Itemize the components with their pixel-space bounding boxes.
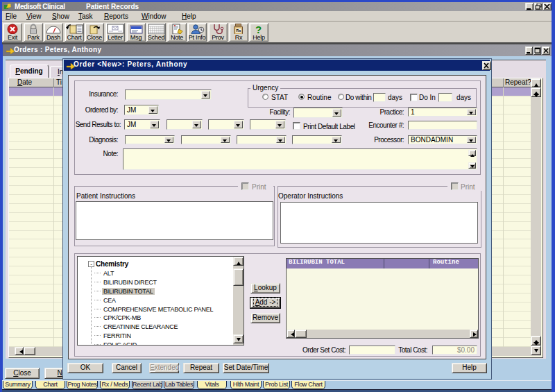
svg-text:Rx: Rx — [236, 28, 241, 33]
svg-text:?: ? — [255, 24, 262, 34]
